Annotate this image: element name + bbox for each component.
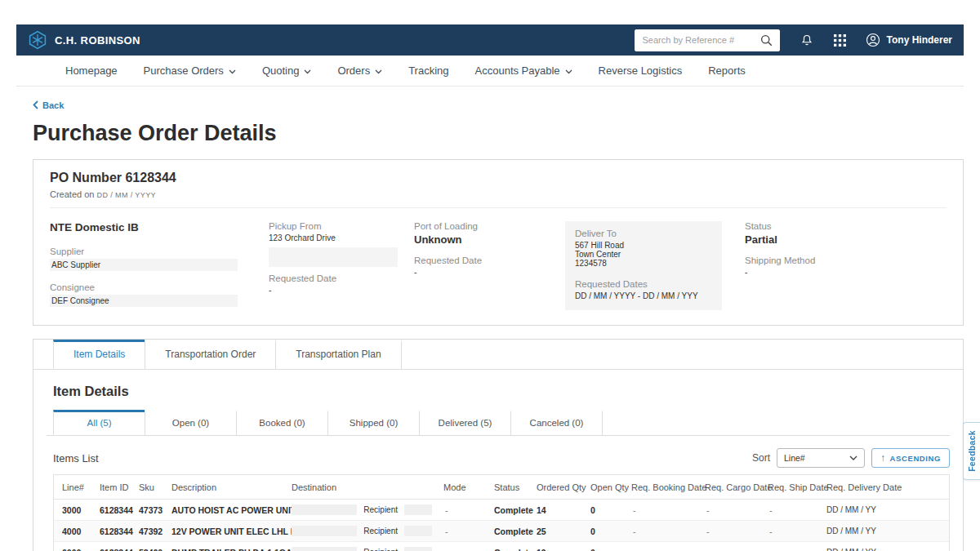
cell-req-delivery-date: DD / MM / YY	[826, 548, 949, 551]
po-created: Created on DD / MM / YYYY	[50, 189, 947, 199]
status-value: Partial	[745, 233, 947, 246]
po-col-pickup: Pickup From 123 Orchard Drive Requested …	[269, 221, 414, 310]
chevron-down-icon	[849, 455, 858, 461]
cell-req-booking-date: -	[631, 527, 705, 536]
pickup-requested-date-label: Requested Date	[269, 273, 414, 283]
po-col-deliver: Deliver To 567 Hill Road Town Center 123…	[565, 221, 722, 310]
po-detail-columns: NTE Domestic IB Supplier ABC Supplier Co…	[50, 208, 947, 310]
search-icon[interactable]	[760, 33, 773, 51]
brand-name: C.H. ROBINSON	[55, 34, 140, 47]
feedback-tab[interactable]: Feedback	[963, 422, 980, 480]
port-of-loading-label: Port of Loading	[414, 221, 565, 231]
shipping-method-label: Shipping Method	[745, 256, 947, 265]
deliver-address-line1: 567 Hill Road	[575, 241, 712, 250]
subtab-all[interactable]: All (5)	[53, 410, 145, 435]
cell-status: Complete	[494, 548, 537, 551]
redacted-block	[404, 526, 432, 536]
tab-item-details[interactable]: Item Details	[53, 340, 145, 369]
requested-dates-value: DD / MM / YYYY - DD / MM / YYY	[575, 291, 712, 300]
item-details-panel: Item Details All (5) Open (0) Booked (0)…	[33, 384, 963, 551]
cell-description: DUMP TRAILER PU DA 1.1GAL TANK	[172, 548, 292, 551]
chrobinson-hexagon-logo-icon	[28, 30, 47, 50]
header-sku: Sku	[139, 482, 172, 492]
items-list-title: Items List	[53, 452, 99, 464]
cell-ordered-qty: 25	[537, 527, 590, 536]
menu-item-homepage[interactable]: Homepage	[65, 64, 118, 77]
subtab-delivered[interactable]: Delivered (5)	[419, 410, 511, 435]
menu-item-reports[interactable]: Reports	[708, 64, 746, 77]
details-tabs-card: Item Details Transportation Order Transp…	[33, 339, 964, 551]
po-col-port: Port of Loading Unknown Requested Date -	[414, 221, 565, 310]
po-type: NTE Domestic IB	[50, 221, 269, 233]
page-content: Back Purchase Order Details PO Number 61…	[16, 87, 964, 551]
menu-item-orders[interactable]: Orders	[337, 64, 382, 77]
cell-mode: -	[443, 548, 494, 551]
apps-grid-icon[interactable]	[834, 34, 846, 47]
menu-item-tracking[interactable]: Tracking	[408, 64, 448, 77]
header-line: Line#	[62, 482, 100, 492]
menu-item-quoting[interactable]: Quoting	[262, 64, 312, 77]
consignee-label: Consignee	[50, 282, 269, 292]
header-destination: Destination	[292, 482, 443, 492]
header-mode: Mode	[443, 482, 494, 492]
notifications-bell-icon[interactable]	[800, 33, 814, 48]
cell-req-delivery-date: DD / MM / YY	[826, 527, 949, 535]
header-open-qty: Open Qty	[590, 482, 631, 492]
cell-item-id: 6128344	[100, 527, 139, 536]
header-status: Status	[494, 482, 537, 492]
port-of-loading-value: Unknown	[414, 233, 565, 246]
page-title: Purchase Order Details	[33, 121, 964, 146]
menu-item-purchase-orders[interactable]: Purchase Orders	[144, 64, 236, 77]
menu-item-reverse-logistics[interactable]: Reverse Logistics	[599, 64, 683, 77]
chevron-down-icon	[229, 69, 236, 74]
tab-transportation-order[interactable]: Transportation Order	[145, 340, 276, 369]
shipping-method-value: -	[745, 268, 947, 277]
back-link[interactable]: Back	[33, 100, 64, 110]
cell-sku: 47373	[139, 505, 172, 515]
cell-destination: Recipient	[292, 504, 443, 515]
header-ordered-qty: Ordered Qty	[537, 482, 590, 492]
cell-sku: 47392	[139, 527, 172, 536]
menu-item-accounts-payable[interactable]: Accounts Payable	[475, 64, 572, 77]
subtab-open[interactable]: Open (0)	[145, 410, 237, 435]
user-name: Tony Hinderer	[887, 34, 952, 46]
navbar-actions: Tony Hinderer	[635, 29, 952, 51]
items-list-toolbar: Items List Sort Line# ↑ ASCENDING	[47, 448, 950, 468]
sort-label: Sort	[752, 452, 770, 464]
cell-description: AUTO HOIST AC POWER UNIT 230V	[172, 505, 292, 515]
pickup-from-label: Pickup From	[269, 221, 414, 231]
status-label: Status	[745, 221, 947, 231]
supplier-value: ABC Supplier	[50, 259, 238, 271]
cell-mode: -	[443, 505, 494, 515]
brand-logo[interactable]: C.H. ROBINSON	[28, 30, 140, 50]
deliver-to-panel: Deliver To 567 Hill Road Town Center 123…	[565, 221, 722, 310]
subtab-shipped[interactable]: Shipped (0)	[327, 410, 420, 435]
cell-status: Complete	[494, 505, 537, 515]
cell-item-id: 6128344	[100, 548, 139, 551]
sort-direction-button[interactable]: ↑ ASCENDING	[871, 448, 950, 468]
main-tab-bar: Item Details Transportation Order Transp…	[33, 340, 963, 370]
table-row: 3000 6128344 47373 AUTO HOIST AC POWER U…	[54, 500, 949, 521]
cell-ordered-qty: 14	[537, 505, 590, 515]
cell-req-ship-date: -	[768, 527, 826, 536]
cell-open-qty: 0	[590, 548, 631, 551]
po-number: PO Number 6128344	[50, 171, 947, 185]
main-menu: Homepage Purchase Orders Quoting Orders …	[16, 56, 964, 87]
po-card-header: PO Number 6128344 Created on DD / MM / Y…	[50, 171, 947, 208]
redacted-block	[269, 247, 398, 267]
search-input[interactable]	[635, 29, 780, 51]
consignee-value: DEF Consignee	[50, 295, 238, 307]
po-col-parties: NTE Domestic IB Supplier ABC Supplier Co…	[50, 221, 269, 310]
subtab-booked[interactable]: Booked (0)	[236, 410, 328, 435]
reference-search	[635, 29, 780, 51]
subtab-canceled[interactable]: Canceled (0)	[510, 410, 603, 435]
cell-mode: -	[443, 527, 494, 536]
items-table: Line# Item ID Sku Description Destinatio…	[53, 474, 950, 551]
tab-transportation-plan[interactable]: Transportation Plan	[275, 340, 401, 369]
sort-select[interactable]: Line#	[777, 448, 865, 468]
user-menu[interactable]: Tony Hinderer	[866, 33, 952, 47]
sort-selected-value: Line#	[784, 453, 805, 463]
header-req-cargo-date: Req. Cargo Date	[705, 482, 768, 492]
cell-description: 12V POWER UNIT ELEC LHL LG RES	[172, 527, 292, 536]
cell-line: 3000	[62, 505, 100, 515]
